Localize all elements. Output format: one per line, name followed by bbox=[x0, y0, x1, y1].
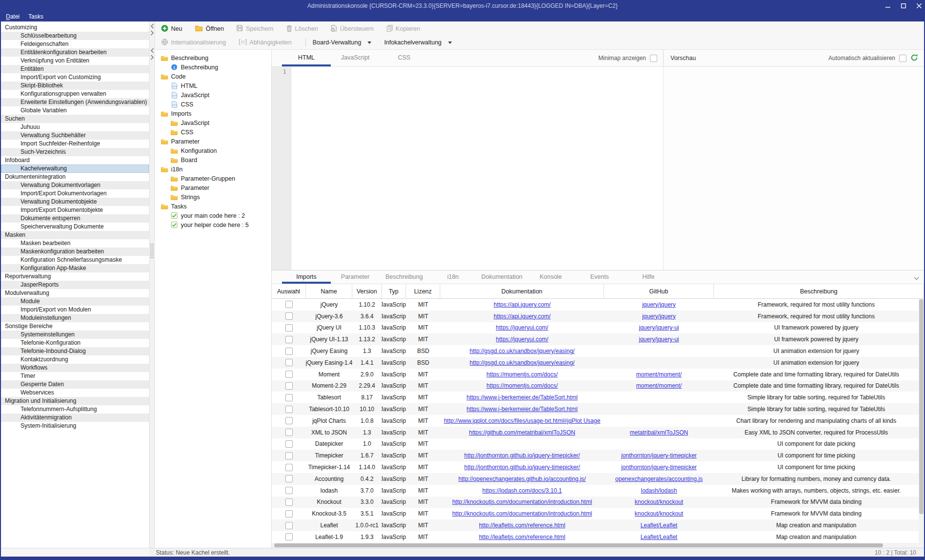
documentation-link[interactable]: https://jqueryui.com/ bbox=[496, 324, 548, 331]
table-row[interactable]: jQuery Easing-1.41.4.1JavaScriptBSDhttp:… bbox=[272, 357, 919, 369]
sidebar-item[interactable]: JasperReports bbox=[1, 281, 149, 289]
sidebar-item[interactable]: Speicherverwaltung Dokumente bbox=[1, 223, 149, 231]
sidebar-section[interactable]: Sonstige Bereiche bbox=[1, 322, 149, 331]
github-link[interactable]: jquery/jquery-ui bbox=[639, 324, 679, 331]
sidebar-section[interactable]: Suchen bbox=[1, 115, 149, 123]
sidebar-item[interactable]: Import Suchfelder-Reihenfolge bbox=[1, 140, 149, 148]
documentation-link[interactable]: https://momentjs.com/docs/ bbox=[486, 371, 558, 378]
toolbar-button[interactable]: Infokachelverwaltung bbox=[384, 39, 452, 46]
panel-tab-events[interactable]: Events bbox=[575, 270, 624, 284]
github-link[interactable]: jquery/jquery-ui bbox=[639, 336, 679, 343]
panel-tab-imports[interactable]: Imports bbox=[282, 270, 331, 284]
panel-tab-parameter[interactable]: Parameter bbox=[331, 270, 380, 284]
documentation-link[interactable]: http://www.jqplot.com/docs/files/usage-t… bbox=[444, 417, 600, 424]
column-header[interactable]: Beschreibung bbox=[714, 284, 924, 298]
panel-tab-dokumentation[interactable]: Dokumentation bbox=[477, 270, 526, 284]
sidebar-item[interactable]: Module bbox=[1, 297, 149, 306]
collapse-left-icon[interactable] bbox=[151, 48, 154, 54]
row-checkbox[interactable] bbox=[285, 382, 293, 390]
tree-item[interactable]: your main code here : 2 bbox=[155, 211, 271, 220]
table-row[interactable]: Tablesort-10.1010.10JavaScriptMIThttps:/… bbox=[272, 403, 919, 415]
table-row[interactable]: Knockout3.3.0JavaScriptMIThttp://knockou… bbox=[272, 497, 919, 508]
column-header[interactable]: Typ bbox=[382, 284, 406, 298]
table-row[interactable]: jQuery1.10.2JavaScriptMIThttps://api.jqu… bbox=[272, 299, 919, 311]
sidebar-item[interactable]: Maskenkonfiguration bearbeiten bbox=[1, 248, 149, 256]
row-checkbox[interactable] bbox=[285, 429, 293, 436]
table-row[interactable]: Leaflet-1.91.9.3JavaScriptMIThttp://leaf… bbox=[272, 531, 919, 543]
splitter-grip[interactable] bbox=[151, 244, 153, 258]
sidebar-item[interactable]: Konfigurationsgruppen verwalten bbox=[1, 90, 149, 98]
panel-tab-konsole[interactable]: Konsole bbox=[526, 270, 575, 284]
documentation-link[interactable]: http://knockoutjs.com/documentation/intr… bbox=[452, 498, 592, 505]
table-row[interactable]: Moment2.9.0JavaScriptMIThttps://momentjs… bbox=[272, 369, 919, 380]
table-row[interactable]: lodash3.7.0JavaScriptMIThttps://lodash.c… bbox=[272, 485, 919, 497]
minimap-checkbox[interactable] bbox=[650, 55, 657, 62]
sidebar-item[interactable]: Telefonnummern-Aufsplittung bbox=[1, 405, 149, 414]
table-row[interactable]: jQuery UI1.10.3JavaScriptMIThttps://jque… bbox=[272, 322, 919, 334]
documentation-link[interactable]: http://gsgd.co.uk/sandbox/jquery/easing/ bbox=[470, 359, 575, 366]
sidebar-item[interactable]: Webservices bbox=[1, 389, 149, 397]
row-checkbox[interactable] bbox=[285, 452, 293, 459]
table-row[interactable]: XML to JSON1.3JavaScriptMIThttps://githu… bbox=[272, 427, 919, 438]
sidebar-section[interactable]: Dokumentenintegration bbox=[1, 173, 149, 181]
documentation-link[interactable]: https://api.jquery.com/ bbox=[494, 301, 551, 308]
tree-item[interactable]: iBeschreibung bbox=[155, 62, 271, 72]
github-link[interactable]: jonthornton/jquery-timepicker bbox=[621, 464, 697, 471]
sidebar-item[interactable]: Timer bbox=[1, 372, 149, 380]
sidebar-item[interactable]: Kachelverwaltung bbox=[1, 165, 149, 173]
sidebar-item[interactable]: Import/Export Dokumentobjekte bbox=[1, 206, 149, 214]
table-row[interactable]: jQuery UI-1.131.13.2JavaScriptMIThttps:/… bbox=[272, 333, 919, 345]
editor-tab-html[interactable]: HTML bbox=[282, 50, 331, 66]
github-link[interactable]: jquery/jquery bbox=[642, 301, 676, 308]
tree-item[interactable]: Parameter-Gruppen bbox=[155, 174, 271, 183]
sidebar-item[interactable]: Verwaltung Dokumentvorlagen bbox=[1, 181, 149, 189]
sidebar-item[interactable]: Workflows bbox=[1, 364, 149, 372]
sidebar-item[interactable]: Dokumente entsperren bbox=[1, 214, 149, 223]
documentation-link[interactable]: https://github.com/metatribal/xmlToJSON bbox=[469, 429, 575, 436]
documentation-link[interactable]: https://api.jquery.com/ bbox=[494, 313, 551, 320]
row-checkbox[interactable] bbox=[285, 417, 293, 424]
sidebar-item[interactable]: Import/Export von Modulen bbox=[1, 306, 149, 314]
documentation-link[interactable]: http://openexchangerates.github.io/accou… bbox=[458, 476, 586, 482]
sidebar-item[interactable]: Gesperrte Daten bbox=[1, 380, 149, 389]
row-checkbox[interactable] bbox=[285, 359, 293, 366]
collapse-left-icon[interactable] bbox=[151, 23, 154, 29]
table-row[interactable]: Moment-2.292.29.4JavaScriptMIThttps://mo… bbox=[272, 380, 919, 392]
sidebar-item[interactable]: Telefonie-Konfiguration bbox=[1, 339, 149, 347]
sidebar-item[interactable]: Verwaltung Suchbehälter bbox=[1, 131, 149, 140]
row-checkbox[interactable] bbox=[285, 312, 293, 320]
expand-right-icon[interactable] bbox=[151, 55, 154, 61]
auto-refresh-checkbox[interactable] bbox=[899, 55, 906, 62]
sidebar-item[interactable]: Entitäten bbox=[1, 65, 149, 73]
row-checkbox[interactable] bbox=[285, 522, 293, 529]
documentation-link[interactable]: https://www.j-berkemeier.de/TableSort.ht… bbox=[467, 406, 578, 413]
panel-tab-beschreibung[interactable]: Beschreibung bbox=[380, 270, 429, 284]
row-checkbox[interactable] bbox=[285, 406, 293, 413]
collapse-panel-icon[interactable] bbox=[914, 275, 919, 282]
scrollbar-thumb[interactable] bbox=[919, 299, 924, 514]
tree-item[interactable]: CSS bbox=[155, 127, 271, 137]
documentation-link[interactable]: http://jonthornton.github.io/jquery-time… bbox=[464, 464, 580, 471]
github-link[interactable]: Leaflet/Leaflet bbox=[641, 534, 677, 540]
editor-tab-javascript[interactable]: JavaScript bbox=[331, 50, 380, 66]
github-link[interactable]: Leaflet/Leaflet bbox=[641, 522, 677, 529]
table-horizontal-scrollbar[interactable] bbox=[272, 543, 924, 548]
sidebar-item[interactable]: Masken bearbeiten bbox=[1, 239, 149, 248]
sidebar-item[interactable]: Telefonie-Inbound-Dialog bbox=[1, 347, 149, 355]
sidebar-item[interactable]: Konfiguration App-Maske bbox=[1, 264, 149, 272]
github-link[interactable]: moment/moment/ bbox=[636, 371, 682, 378]
table-row[interactable]: Accounting0.4.2JavaScriptMIThttp://opene… bbox=[272, 473, 919, 485]
tree-item[interactable]: Board bbox=[155, 155, 271, 165]
table-row[interactable]: Tablesort8.17JavaScriptMIThttps://www.j-… bbox=[272, 392, 919, 403]
table-row[interactable]: jqPlot Charts1.0.8JavaScriptMIThttp://ww… bbox=[272, 415, 919, 427]
tree-item[interactable]: Code bbox=[155, 72, 271, 81]
github-link[interactable]: knockout/knockout bbox=[635, 498, 683, 505]
row-checkbox[interactable] bbox=[285, 533, 293, 540]
tree-item[interactable]: </>CSS bbox=[155, 100, 271, 109]
sidebar-item[interactable]: Konfiguration Schnellerfassungsmaske bbox=[1, 256, 149, 264]
table-vertical-scrollbar[interactable] bbox=[919, 299, 924, 543]
panel-tab-hilfe[interactable]: Hilfe bbox=[624, 270, 673, 284]
sidebar-item[interactable]: Juhuuu bbox=[1, 123, 149, 131]
toolbar-button[interactable]: Board-Verwaltung bbox=[313, 39, 371, 46]
sidebar-item[interactable]: Such-Verzeichnis bbox=[1, 148, 149, 156]
